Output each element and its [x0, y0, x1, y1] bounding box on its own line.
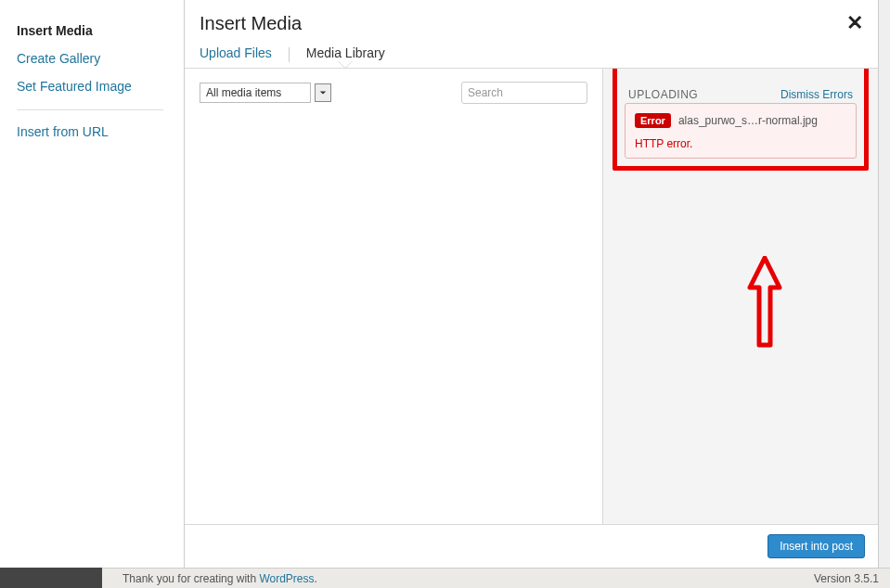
- admin-footer: Thank you for creating with WordPress. V…: [0, 568, 890, 588]
- window-scrollbar[interactable]: [878, 0, 890, 568]
- search-input[interactable]: [461, 82, 587, 104]
- media-modal-sidebar: Insert Media Create Gallery Set Featured…: [0, 0, 184, 568]
- upload-error-filename: alas_purwo_s…r-normal.jpg: [678, 114, 818, 127]
- media-grid-area: All media items: [185, 69, 603, 524]
- error-badge: Error: [635, 113, 671, 128]
- uploading-label: UPLOADING: [628, 88, 698, 101]
- media-grid-body[interactable]: [200, 111, 587, 511]
- filter-select[interactable]: All media items: [200, 83, 331, 103]
- sidebar-separator: [17, 109, 163, 110]
- upload-error-row: Error alas_purwo_s…r-normal.jpg: [635, 113, 846, 128]
- attachment-details-pane: UPLOADING Dismiss Errors Error alas_purw…: [603, 69, 878, 524]
- tab-upload-files[interactable]: Upload Files: [200, 45, 272, 68]
- tabs: Upload Files Media Library: [185, 45, 878, 69]
- footer-thanks: Thank you for creating with WordPress.: [123, 572, 317, 585]
- insert-into-post-button[interactable]: Insert into post: [767, 534, 865, 558]
- sidebar-item-insert-from-url[interactable]: Insert from URL: [17, 118, 184, 146]
- content-row: All media items UPLOADING Dismiss Errors: [185, 69, 878, 524]
- grid-toolbar: All media items: [200, 82, 587, 104]
- media-modal-main: Insert Media ✕ Upload Files Media Librar…: [184, 0, 878, 568]
- footer-thanks-prefix: Thank you for creating with: [123, 572, 259, 585]
- tab-separator: [289, 47, 290, 62]
- footer-thanks-suffix: .: [315, 572, 317, 585]
- footer-version: Version 3.5.1: [814, 572, 879, 585]
- annotation-arrow-up-icon: [746, 256, 783, 349]
- upload-error-card: Error alas_purwo_s…r-normal.jpg HTTP err…: [625, 103, 857, 159]
- sidebar-item-create-gallery[interactable]: Create Gallery: [17, 45, 184, 72]
- page-title: Insert Media: [200, 13, 302, 34]
- modal-footer: Insert into post: [185, 524, 878, 568]
- upload-status-header: UPLOADING Dismiss Errors: [625, 81, 857, 103]
- upload-error-message: HTTP error.: [635, 137, 846, 150]
- main-header: Insert Media ✕: [185, 0, 878, 34]
- close-icon[interactable]: ✕: [846, 13, 863, 33]
- footer-wordpress-link[interactable]: WordPress: [259, 572, 314, 585]
- tab-media-library[interactable]: Media Library: [306, 45, 385, 68]
- annotation-highlight-box: UPLOADING Dismiss Errors Error alas_purw…: [613, 69, 869, 171]
- chevron-down-icon[interactable]: [315, 83, 331, 102]
- sidebar-item-set-featured[interactable]: Set Featured Image: [17, 72, 184, 100]
- dismiss-errors-link[interactable]: Dismiss Errors: [780, 88, 853, 101]
- sidebar-item-insert-media[interactable]: Insert Media: [17, 17, 184, 45]
- filter-select-value: All media items: [200, 83, 311, 103]
